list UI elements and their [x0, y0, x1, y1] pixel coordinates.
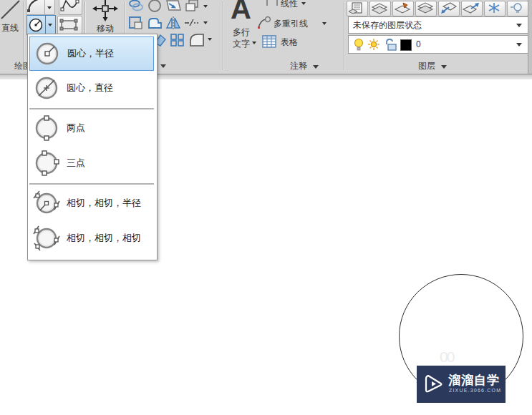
divider	[344, 1, 345, 70]
layer-state-value: 未保存的图层状态	[353, 19, 422, 31]
multileader-icon	[256, 16, 272, 30]
polyline-icon	[59, 0, 80, 13]
line-tool-button[interactable]: 直线	[0, 0, 21, 36]
line-tool-label: 直线	[1, 22, 19, 34]
chevron-down-icon[interactable]	[203, 5, 208, 8]
set-current-layer-icon	[439, 1, 458, 14]
mirror-tool-button[interactable]	[165, 16, 181, 30]
table-label: 表格	[281, 36, 298, 49]
dropdown-item-two-point[interactable]: 两点	[29, 112, 154, 145]
dropdown-separator	[29, 183, 154, 185]
layer-state-combo[interactable]: 未保存的图层状态	[348, 16, 528, 34]
faint-watermark-mark: 00	[440, 348, 453, 366]
move-tool-button[interactable]: 移动	[89, 0, 122, 36]
previous-layer-button[interactable]	[461, 1, 483, 16]
polyline-edit-icon	[146, 16, 163, 30]
array-icon	[170, 33, 185, 47]
linear-dimension-icon	[265, 0, 279, 10]
rectangle-tool-button[interactable]	[57, 16, 82, 35]
polyline-tool-button[interactable]	[59, 0, 82, 15]
arc-dropdown-button[interactable]	[44, 0, 55, 15]
layer-manager-button[interactable]	[415, 1, 437, 16]
layer-match-button[interactable]	[392, 1, 414, 16]
watermark-url: zixue.3066.com	[449, 388, 501, 393]
move-icon	[92, 0, 118, 21]
watermark-title: 溜溜自学	[448, 372, 500, 389]
break-tool-button[interactable]	[183, 16, 200, 30]
layers-panel-label[interactable]: 图层	[418, 60, 447, 72]
ribbon-edge-strip	[528, 0, 532, 74]
watermark-badge: 溜溜自学 zixue.3066.com	[417, 366, 506, 403]
current-layer-name: 0	[416, 39, 421, 49]
polyline-edit-tool-button[interactable]	[146, 16, 163, 30]
circle-two-point-icon	[32, 114, 61, 142]
layer-color-swatch[interactable]	[400, 39, 412, 51]
layer-on-bulb-icon[interactable]	[353, 38, 364, 51]
autocad-window: 直线	[0, 0, 532, 415]
layer-properties-icon	[347, 1, 366, 14]
arc-icon	[26, 0, 44, 13]
dropdown-item-center-radius[interactable]: 圆心，半径	[29, 36, 154, 71]
arc-tool-button[interactable]	[26, 0, 46, 15]
multileader-button[interactable]: 多重引线	[256, 16, 335, 30]
chevron-down-icon	[252, 42, 256, 44]
layer-freeze-button[interactable]	[484, 1, 506, 16]
annotation-panel-label[interactable]: 注释	[290, 60, 319, 72]
scale-tool-button[interactable]	[128, 16, 144, 30]
circle-icon	[27, 16, 45, 34]
circle-tool-button[interactable]	[26, 15, 46, 35]
multileader-label: 多重引线	[274, 18, 308, 30]
divider	[223, 1, 224, 70]
dropdown-item-three-point[interactable]: 三点	[29, 147, 154, 180]
offset-icon	[128, 0, 144, 13]
mirror-icon	[165, 16, 181, 30]
line-icon	[0, 0, 20, 20]
rotate-tool-button[interactable]	[147, 0, 163, 13]
table-icon	[262, 35, 277, 49]
chevron-down-icon	[322, 22, 327, 25]
break-icon	[183, 16, 200, 30]
current-layer-combo[interactable]: 0	[348, 35, 528, 54]
table-button[interactable]: 表格	[261, 34, 318, 50]
layer-state-edit-button[interactable]	[369, 1, 391, 16]
mtext-label-line1: 多行	[233, 26, 250, 39]
array-tool-button[interactable]	[170, 33, 185, 47]
chevron-down-icon[interactable]	[208, 38, 212, 41]
chevron-down-icon[interactable]	[203, 21, 208, 24]
fillet-tool-button[interactable]	[188, 32, 205, 48]
rotate-circle-icon	[147, 0, 163, 13]
unlock-icon[interactable]	[383, 38, 397, 51]
panel-expand-icon	[160, 64, 166, 68]
mtext-tool-button[interactable]: A 多行 文字	[228, 0, 259, 52]
previous-layer-icon	[462, 1, 480, 14]
layer-off-icon	[508, 1, 526, 14]
trim-tool-button[interactable]	[165, 0, 182, 13]
dropdown-item-tan-tan-tan[interactable]: 相切，相切，相切	[29, 222, 154, 255]
set-current-layer-button[interactable]	[438, 1, 460, 16]
modify-panel-label[interactable]	[160, 60, 166, 72]
circle-center-radius-icon	[33, 39, 62, 68]
layer-manager-icon	[416, 1, 435, 14]
linear-dimension-button[interactable]: 线性	[263, 0, 308, 11]
dropdown-item-label: 圆心，半径	[67, 47, 114, 60]
layer-properties-button[interactable]	[347, 1, 368, 16]
scale-icon	[128, 16, 144, 30]
circle-three-point-icon	[32, 149, 61, 177]
chevron-down-icon	[301, 2, 306, 5]
dropdown-item-center-diameter[interactable]: 圆心，直径	[29, 72, 154, 104]
layer-freeze-icon	[485, 1, 503, 14]
dropdown-item-tan-tan-radius[interactable]: 相切，相切，半径	[29, 187, 154, 220]
circle-dropdown-button[interactable]	[45, 15, 56, 35]
offset-tool-button[interactable]	[128, 0, 144, 13]
chevron-down-icon	[516, 24, 522, 27]
chevron-down-icon	[47, 6, 52, 9]
layer-off-button[interactable]	[507, 1, 528, 16]
dropdown-item-label: 圆心，直径	[67, 82, 113, 94]
dropdown-separator	[29, 108, 154, 109]
trim-icon	[165, 0, 182, 13]
copy-tool-button[interactable]	[184, 0, 200, 13]
sun-thaw-icon[interactable]	[367, 38, 380, 51]
panel-expand-icon	[313, 65, 319, 69]
linear-dimension-label: 线性	[281, 0, 298, 10]
circle-tan-tan-tan-icon	[32, 224, 61, 253]
